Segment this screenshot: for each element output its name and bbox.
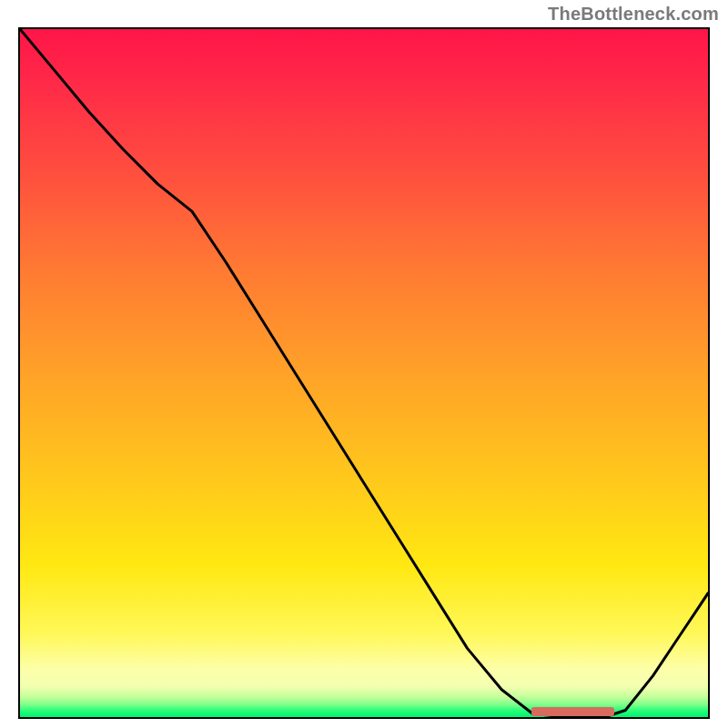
chart-container: TheBottleneck.com xyxy=(0,0,728,728)
plot-area xyxy=(18,27,710,719)
attribution-text: TheBottleneck.com xyxy=(548,4,719,25)
optimum-marker xyxy=(531,707,614,716)
curve-path xyxy=(20,29,708,717)
line-curve xyxy=(20,29,708,717)
